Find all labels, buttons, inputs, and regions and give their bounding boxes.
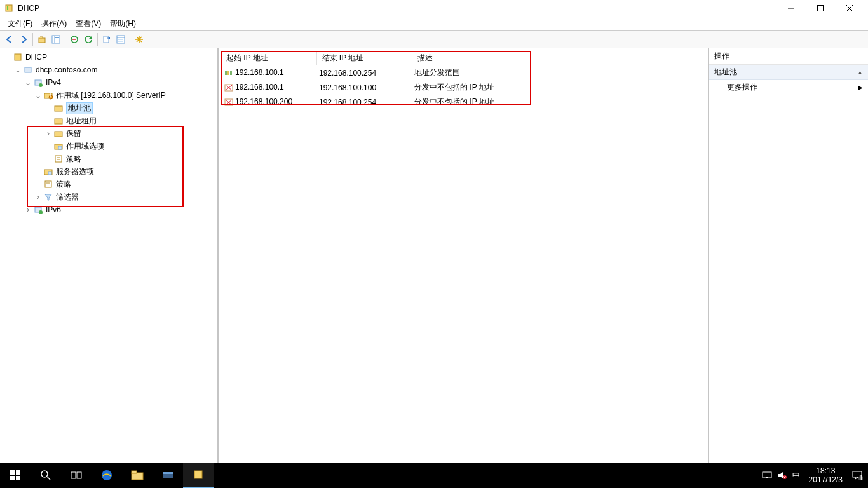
folder-icon <box>53 103 64 113</box>
delete-button[interactable] <box>67 32 81 46</box>
window-title: DHCP <box>18 4 39 13</box>
svg-rect-65 <box>763 472 771 478</box>
taskbar-explorer[interactable] <box>122 463 153 488</box>
taskbar: 中 18:13 2017/12/3 1 <box>0 463 868 488</box>
tree-pane: DHCP ⌄ dhcp.contoso.com ⌄ IPv4 <box>0 48 219 463</box>
table-row[interactable]: 192.168.100.1 192.168.100.254 地址分发范围 <box>221 65 526 80</box>
svg-rect-22 <box>25 67 31 72</box>
minimize-button[interactable] <box>776 0 806 17</box>
tree-ipv4[interactable]: IPv4 <box>46 78 61 87</box>
up-button[interactable] <box>35 32 49 46</box>
svg-rect-29 <box>55 119 62 124</box>
col-description[interactable]: 描述 <box>412 51 526 65</box>
expand-icon[interactable]: ⌄ <box>33 90 43 100</box>
range-icon <box>224 69 234 78</box>
tray-clock[interactable]: 18:13 2017/12/3 <box>805 466 846 484</box>
expand-icon[interactable]: › <box>43 128 53 139</box>
taskbar-dhcp[interactable] <box>183 463 214 488</box>
svg-rect-53 <box>10 476 15 480</box>
search-button[interactable] <box>31 463 61 488</box>
svg-rect-63 <box>163 472 173 474</box>
svg-rect-28 <box>55 106 62 111</box>
toolbar <box>0 30 868 48</box>
expand-icon[interactable]: ⌄ <box>13 65 23 75</box>
exclusion-icon <box>224 98 234 107</box>
table-row[interactable]: 192.168.100.1 192.168.100.100 分发中不包括的 IP… <box>221 80 526 95</box>
actions-group-header[interactable]: 地址池 ▲ <box>709 65 868 80</box>
system-tray: 中 18:13 2017/12/3 1 <box>757 466 868 484</box>
folder-icon <box>53 128 64 139</box>
svg-line-56 <box>47 477 50 480</box>
svg-rect-30 <box>55 132 62 137</box>
tray-network-icon[interactable] <box>762 471 772 480</box>
svg-rect-32 <box>58 146 62 149</box>
properties-button[interactable] <box>114 32 128 46</box>
svg-point-41 <box>39 210 43 214</box>
svg-rect-3 <box>818 6 824 11</box>
folder-icon <box>53 116 64 126</box>
tree-scope[interactable]: 作用域 [192.168.100.0] ServerIP <box>56 90 166 101</box>
svg-rect-61 <box>132 471 137 473</box>
col-start-ip[interactable]: 起始 IP 地址 <box>221 51 316 65</box>
start-button[interactable] <box>0 463 31 488</box>
policy-icon <box>43 179 53 189</box>
taskbar-server-manager[interactable] <box>153 463 183 488</box>
new-button[interactable] <box>132 32 146 46</box>
tree-address-pool[interactable]: 地址池 <box>66 102 93 114</box>
list-pane: 起始 IP 地址 结束 IP 地址 描述 192.168.100.1 192.1… <box>219 48 709 463</box>
tree-server[interactable]: dhcp.contoso.com <box>36 65 97 74</box>
tray-volume-icon[interactable] <box>777 471 787 480</box>
tree-leases[interactable]: 地址租用 <box>66 116 97 126</box>
close-button[interactable] <box>835 0 864 17</box>
task-view-button[interactable] <box>61 463 92 488</box>
taskbar-ie[interactable] <box>92 463 122 488</box>
tree-root[interactable]: DHCP <box>25 53 47 62</box>
svg-rect-44 <box>230 71 232 75</box>
tray-ime[interactable]: 中 <box>792 470 800 481</box>
tree-scope-options[interactable]: 作用域选项 <box>66 141 104 152</box>
titlebar: DHCP <box>0 0 868 17</box>
svg-text:!: ! <box>50 92 51 100</box>
svg-rect-54 <box>16 476 20 480</box>
menu-view[interactable]: 查看(V) <box>72 17 106 30</box>
svg-rect-0 <box>6 5 12 11</box>
svg-rect-33 <box>55 156 62 162</box>
show-hide-tree-button[interactable] <box>49 32 63 46</box>
ipv6-icon <box>33 205 43 215</box>
app-icon <box>4 3 14 13</box>
svg-rect-9 <box>55 37 59 38</box>
svg-rect-1 <box>7 6 8 10</box>
svg-rect-37 <box>48 172 51 175</box>
tree-filters[interactable]: 筛选器 <box>56 192 79 203</box>
tree-server-policies[interactable]: 策略 <box>56 179 71 190</box>
svg-rect-7 <box>52 36 60 43</box>
exclusion-icon <box>224 83 234 92</box>
svg-rect-52 <box>16 470 20 475</box>
menu-help[interactable]: 帮助(H) <box>106 17 141 30</box>
export-button[interactable] <box>100 32 114 46</box>
refresh-button[interactable] <box>81 32 95 46</box>
workspace: DHCP ⌄ dhcp.contoso.com ⌄ IPv4 <box>0 48 868 463</box>
tray-notifications-icon[interactable]: 1 <box>851 470 863 480</box>
more-actions[interactable]: 更多操作 ▶ <box>709 80 868 95</box>
tree-ipv6[interactable]: IPv6 <box>46 205 61 214</box>
col-end-ip[interactable]: 结束 IP 地址 <box>316 51 412 65</box>
back-button[interactable] <box>3 32 17 46</box>
svg-rect-43 <box>227 71 229 75</box>
svg-rect-21 <box>15 54 21 60</box>
svg-rect-15 <box>118 39 123 40</box>
menu-file[interactable]: 文件(F) <box>4 17 37 30</box>
maximize-button[interactable] <box>806 0 835 17</box>
svg-rect-12 <box>104 36 109 43</box>
tree-server-options[interactable]: 服务器选项 <box>56 166 94 177</box>
expand-icon[interactable]: › <box>23 205 33 215</box>
forward-button[interactable] <box>17 32 31 46</box>
tree-policies[interactable]: 策略 <box>66 154 81 165</box>
expand-icon[interactable]: › <box>33 192 43 202</box>
menu-action[interactable]: 操作(A) <box>37 17 72 30</box>
expand-icon[interactable]: ⌄ <box>23 78 33 88</box>
svg-rect-60 <box>132 473 143 480</box>
table-row[interactable]: 192.168.100.200 192.168.100.254 分发中不包括的 … <box>221 95 526 109</box>
svg-rect-6 <box>39 38 45 43</box>
tree-reservations[interactable]: 保留 <box>66 128 81 139</box>
